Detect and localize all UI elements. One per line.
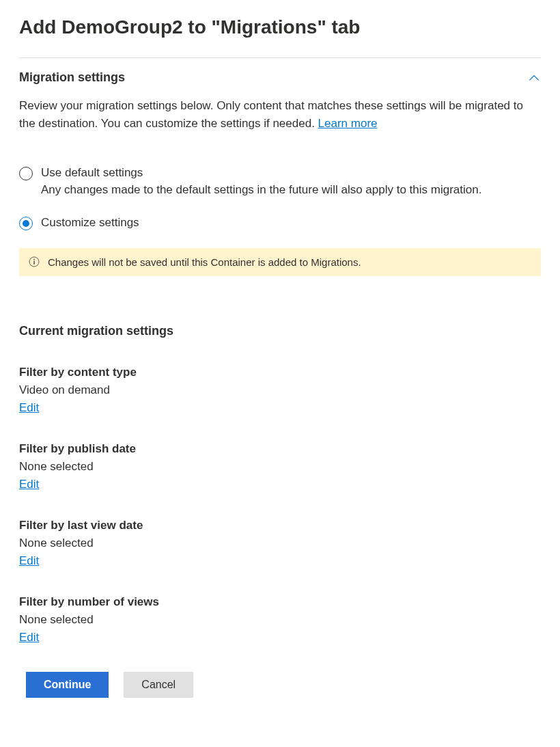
info-bar: Changes will not be saved until this Con… [19,248,541,276]
filter-content-type: Filter by content type Video on demand E… [19,366,541,415]
filter-label: Filter by content type [19,366,541,379]
description-text: Review your migration settings below. On… [19,99,523,130]
edit-link[interactable]: Edit [19,631,39,644]
filter-value: Video on demand [19,383,541,397]
svg-rect-2 [33,261,35,265]
divider [19,57,541,58]
radio-label: Customize settings [41,215,139,232]
edit-link[interactable]: Edit [19,478,39,491]
continue-button[interactable]: Continue [26,672,109,698]
chevron-up-icon[interactable] [527,71,541,85]
filter-value: None selected [19,613,541,627]
page-title: Add DemoGroup2 to "Migrations" tab [19,16,541,38]
current-settings-title: Current migration settings [19,324,541,338]
filter-label: Filter by number of views [19,595,541,609]
use-default-settings-radio[interactable]: Use default settings Any changes made to… [19,165,541,198]
section-description: Review your migration settings below. On… [19,97,541,132]
filter-last-view-date: Filter by last view date None selected E… [19,519,541,568]
edit-link[interactable]: Edit [19,401,39,414]
info-icon [29,256,40,267]
filter-publish-date: Filter by publish date None selected Edi… [19,442,541,491]
action-buttons: Continue Cancel [26,672,541,698]
section-header: Migration settings [19,70,541,85]
section-title: Migration settings [19,70,125,85]
settings-mode-radio-group: Use default settings Any changes made to… [19,165,541,232]
info-message: Changes will not be saved until this Con… [48,256,361,268]
cancel-button[interactable]: Cancel [124,672,193,698]
radio-label: Use default settings [41,165,481,182]
filter-label: Filter by publish date [19,442,541,456]
filter-number-of-views: Filter by number of views None selected … [19,595,541,644]
radio-indicator [19,167,33,180]
radio-indicator [19,217,33,230]
filter-value: None selected [19,460,541,474]
customize-settings-radio[interactable]: Customize settings [19,215,541,232]
radio-subtext: Any changes made to the default settings… [41,182,481,199]
learn-more-link[interactable]: Learn more [318,117,378,130]
filter-value: None selected [19,537,541,550]
svg-point-1 [33,259,35,260]
filter-label: Filter by last view date [19,519,541,532]
edit-link[interactable]: Edit [19,554,39,567]
